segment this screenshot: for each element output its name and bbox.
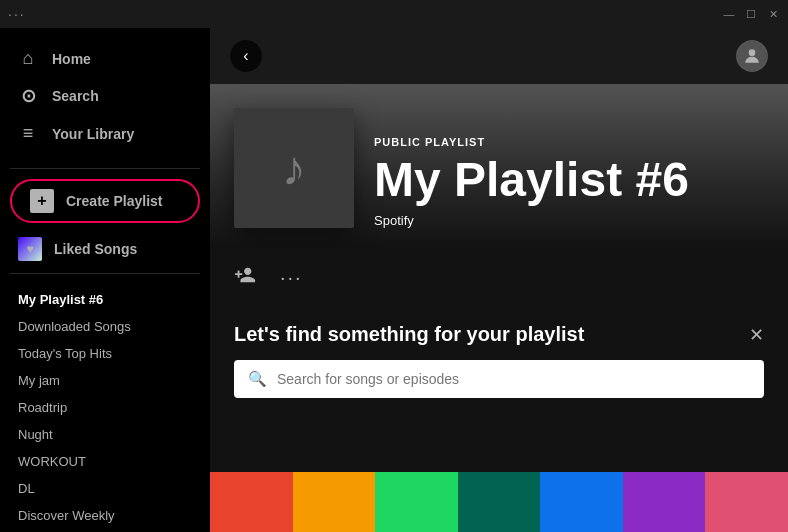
minimize-button[interactable]: — (722, 7, 736, 21)
list-item[interactable]: Nught (18, 421, 192, 448)
playlist-owner: Spotify (374, 213, 689, 228)
plus-icon: + (30, 189, 54, 213)
add-user-button[interactable] (234, 264, 256, 291)
playlist-cover: ♪ (234, 108, 354, 228)
liked-songs-button[interactable]: ♥ Liked Songs (0, 229, 210, 269)
list-item[interactable]: Today's Top Hits (18, 340, 192, 367)
create-playlist-button[interactable]: + Create Playlist (10, 179, 200, 223)
list-item[interactable]: My Playlist #6 (18, 286, 192, 313)
find-songs-title: Let's find something for your playlist (234, 323, 584, 346)
playlist-type: PUBLIC PLAYLIST (374, 136, 689, 148)
sidebar-item-search-label: Search (52, 88, 99, 104)
search-bar-icon: 🔍 (248, 370, 267, 388)
maximize-button[interactable]: ☐ (744, 7, 758, 21)
window-controls: — ☐ ✕ (722, 7, 780, 21)
sidebar-divider (10, 168, 200, 169)
back-button[interactable]: ‹ (230, 40, 262, 72)
search-bar[interactable]: 🔍 (234, 360, 764, 398)
svg-point-0 (749, 49, 756, 56)
list-item[interactable]: Roadtrip (18, 394, 192, 421)
sidebar-divider-2 (10, 273, 200, 274)
list-item[interactable]: WORKOUT (18, 448, 192, 475)
bottom-strip (210, 472, 788, 532)
sidebar: ⌂ Home ⊙ Search ≡ Your Library + Create … (0, 28, 210, 532)
create-playlist-label: Create Playlist (66, 193, 163, 209)
sidebar-nav: ⌂ Home ⊙ Search ≡ Your Library (0, 40, 210, 152)
sidebar-item-search[interactable]: ⊙ Search (8, 77, 202, 115)
sidebar-item-home[interactable]: ⌂ Home (8, 40, 202, 77)
close-button[interactable]: ✕ (766, 7, 780, 21)
playlist-list: My Playlist #6 Downloaded Songs Today's … (0, 286, 210, 529)
list-item[interactable]: Downloaded Songs (18, 313, 192, 340)
color-block-1 (210, 472, 293, 532)
playlist-hero: ♪ PUBLIC PLAYLIST My Playlist #6 Spotify (210, 84, 788, 248)
liked-songs-icon: ♥ (18, 237, 42, 261)
list-item[interactable]: Discover Weekly (18, 502, 192, 529)
color-block-2 (293, 472, 376, 532)
list-item[interactable]: DL (18, 475, 192, 502)
playlist-title: My Playlist #6 (374, 154, 689, 207)
playlist-info: PUBLIC PLAYLIST My Playlist #6 Spotify (374, 136, 689, 228)
list-item[interactable]: My jam (18, 367, 192, 394)
user-avatar[interactable] (736, 40, 768, 72)
title-bar-dots: ··· (8, 6, 26, 22)
main-content: ‹ ♪ PUBLIC PLAYLIST My Playlist #6 Spoti… (210, 28, 788, 532)
search-input[interactable] (277, 371, 750, 387)
top-bar: ‹ (210, 28, 788, 84)
action-bar: ··· (210, 248, 788, 307)
close-find-button[interactable]: ✕ (749, 324, 764, 346)
music-note-icon: ♪ (282, 141, 306, 196)
find-songs-section: Let's find something for your playlist ✕… (210, 307, 788, 418)
sidebar-item-library[interactable]: ≡ Your Library (8, 115, 202, 152)
more-options-button[interactable]: ··· (280, 266, 303, 289)
color-block-5 (540, 472, 623, 532)
find-songs-header: Let's find something for your playlist ✕ (234, 323, 764, 346)
color-block-4 (458, 472, 541, 532)
sidebar-item-library-label: Your Library (52, 126, 134, 142)
color-block-3 (375, 472, 458, 532)
color-block-6 (623, 472, 706, 532)
home-icon: ⌂ (18, 48, 38, 69)
library-icon: ≡ (18, 123, 38, 144)
color-block-7 (705, 472, 788, 532)
title-bar: ··· — ☐ ✕ (0, 0, 788, 28)
search-icon: ⊙ (18, 85, 38, 107)
sidebar-item-home-label: Home (52, 51, 91, 67)
liked-songs-label: Liked Songs (54, 241, 137, 257)
